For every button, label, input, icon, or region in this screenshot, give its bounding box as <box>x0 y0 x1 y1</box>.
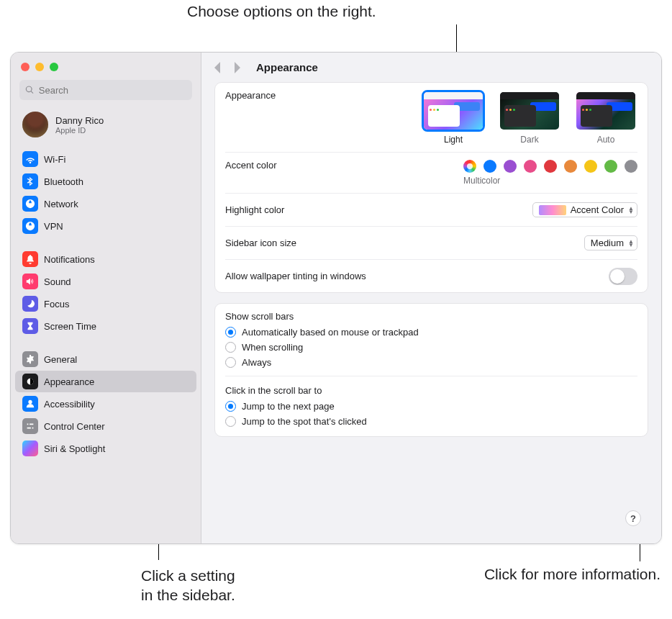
radio-label: Jump to the spot that's clicked <box>242 416 367 427</box>
clickscroll-option-0[interactable]: Jump to the next page <box>225 399 637 414</box>
accent-graphite[interactable] <box>625 160 637 173</box>
callout-line <box>456 24 457 52</box>
sidebar-item-label: Appearance <box>44 376 94 387</box>
screentime-icon <box>22 318 38 334</box>
accent-swatches <box>463 160 637 173</box>
siri-icon <box>22 440 38 456</box>
search-field[interactable] <box>19 80 192 100</box>
accessibility-icon <box>22 396 38 412</box>
highlight-label: Highlight color <box>225 204 284 215</box>
appearance-mode-light[interactable]: Light <box>422 90 485 145</box>
close-button[interactable] <box>21 63 29 71</box>
radio-label: Automatically based on mouse or trackpad <box>242 327 419 338</box>
sidebar-item-appearance[interactable]: Appearance <box>15 371 196 392</box>
accent-pink[interactable] <box>524 160 537 173</box>
notifications-icon <box>22 251 38 267</box>
chevron-updown-icon: ▲▼ <box>628 240 634 247</box>
divider <box>225 376 637 376</box>
radio-label: Always <box>242 357 271 368</box>
sidebar-list: Wi-FiBluetoothNetworkVPNNotificationsSou… <box>11 148 201 543</box>
radio-icon <box>225 416 236 427</box>
sidebar-item-siri[interactable]: Siri & Spotlight <box>15 438 196 459</box>
bluetooth-icon <box>22 173 38 189</box>
sidebar-item-label: General <box>44 354 77 365</box>
accent-yellow[interactable] <box>584 160 597 173</box>
scrollbars-option-1[interactable]: When scrolling <box>225 340 637 355</box>
sidebar-item-bluetooth[interactable]: Bluetooth <box>15 171 196 192</box>
mode-label: Light <box>444 135 463 145</box>
sound-icon <box>22 274 38 289</box>
accent-green[interactable] <box>604 160 617 173</box>
help-button[interactable]: ? <box>625 510 641 526</box>
highlight-value: Accent Color <box>571 204 624 215</box>
sidebar-item-label: Siri & Spotlight <box>44 443 105 454</box>
scrollbars-option-0[interactable]: Automatically based on mouse or trackpad <box>225 325 637 340</box>
appearance-thumb-icon <box>498 90 561 132</box>
radio-icon <box>225 327 236 338</box>
network-icon <box>22 196 38 212</box>
sidebar-item-wifi[interactable]: Wi-Fi <box>15 148 196 170</box>
sidebar: Danny Rico Apple ID Wi-FiBluetoothNetwor… <box>11 53 201 543</box>
system-settings-window: Danny Rico Apple ID Wi-FiBluetoothNetwor… <box>10 52 662 544</box>
radio-label: When scrolling <box>242 342 303 353</box>
radio-icon <box>225 401 236 412</box>
sidebar-item-notifications[interactable]: Notifications <box>15 248 196 270</box>
clickscroll-label: Click in the scroll bar to <box>225 378 637 399</box>
callout-bottom-right: Click for more information. <box>337 566 660 583</box>
general-icon <box>22 351 38 367</box>
highlight-swatch-icon <box>539 205 566 215</box>
toolbar: Appearance <box>201 53 661 79</box>
fullscreen-button[interactable] <box>50 63 58 71</box>
accent-blue[interactable] <box>483 160 496 173</box>
sidebar-item-label: Focus <box>44 299 69 310</box>
sidebar-item-general[interactable]: General <box>15 348 196 370</box>
radio-icon <box>225 342 236 353</box>
mode-label: Dark <box>520 135 538 145</box>
accent-red[interactable] <box>544 160 557 173</box>
sidebar-item-screentime[interactable]: Screen Time <box>15 315 196 337</box>
sidebar-item-controlcenter[interactable]: Control Center <box>15 415 196 437</box>
accent-label: Accent color <box>225 160 277 171</box>
vpn-icon <box>22 218 38 234</box>
sidebar-item-label: Accessibility <box>44 399 95 410</box>
appearance-mode-auto[interactable]: Auto <box>574 90 637 145</box>
svg-point-1 <box>28 400 32 404</box>
sidebar-item-label: VPN <box>44 221 63 232</box>
sidebar-item-network[interactable]: Network <box>15 193 196 214</box>
forward-button[interactable] <box>233 62 242 73</box>
sidebar-item-label: Bluetooth <box>44 176 83 187</box>
search-input[interactable] <box>39 85 186 96</box>
accent-multicolor[interactable] <box>463 160 476 173</box>
minimize-button[interactable] <box>35 63 44 71</box>
appearance-panel: Appearance LightDarkAuto Accent color Mu… <box>214 82 648 293</box>
accent-purple[interactable] <box>504 160 517 173</box>
sidebar-icon-popup[interactable]: Medium ▲▼ <box>584 235 637 250</box>
accent-orange[interactable] <box>564 160 577 173</box>
sidebar-item-label: Notifications <box>44 254 95 265</box>
wifi-icon <box>22 151 38 167</box>
back-button[interactable] <box>213 62 222 73</box>
sidebar-item-focus[interactable]: Focus <box>15 293 196 315</box>
appearance-thumb-icon <box>422 90 485 132</box>
highlight-popup[interactable]: Accent Color ▲▼ <box>532 202 637 217</box>
sidebar-item-label: Wi-Fi <box>44 154 65 165</box>
window-controls <box>11 53 201 77</box>
sidebar-item-vpn[interactable]: VPN <box>15 215 196 237</box>
sidebar-item-label: Sound <box>44 276 71 287</box>
main-area: Appearance Appearance LightDarkAuto Acce… <box>201 53 661 543</box>
apple-id-row[interactable]: Danny Rico Apple ID <box>11 107 201 148</box>
avatar <box>22 112 48 137</box>
wallpaper-tint-toggle[interactable] <box>609 268 637 285</box>
clickscroll-option-1[interactable]: Jump to the spot that's clicked <box>225 414 637 429</box>
page-title: Appearance <box>256 61 318 73</box>
appearance-label: Appearance <box>225 90 276 101</box>
scrollbars-option-2[interactable]: Always <box>225 355 637 370</box>
appearance-thumb-icon <box>574 90 637 132</box>
sidebar-item-sound[interactable]: Sound <box>15 271 196 292</box>
appearance-mode-dark[interactable]: Dark <box>498 90 561 145</box>
user-sub: Apple ID <box>55 126 104 135</box>
mode-label: Auto <box>597 135 615 145</box>
chevron-updown-icon: ▲▼ <box>628 207 634 214</box>
radio-label: Jump to the next page <box>242 401 335 412</box>
sidebar-item-accessibility[interactable]: Accessibility <box>15 393 196 415</box>
